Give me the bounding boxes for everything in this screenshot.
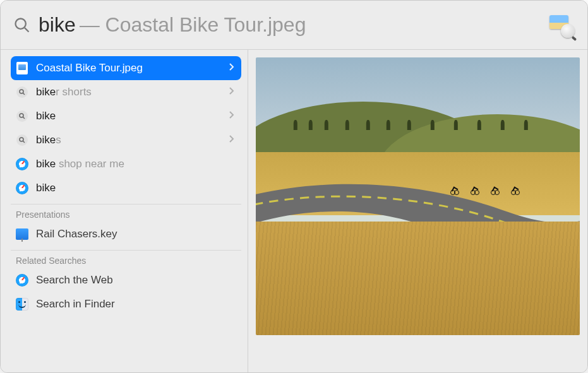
spotlight-body: Coastal Bike Tour.jpeg biker shorts bike… bbox=[1, 50, 587, 372]
result-presentation[interactable]: Rail Chasers.key bbox=[11, 222, 241, 246]
file-image-icon bbox=[16, 62, 28, 74]
search-icon bbox=[16, 110, 28, 122]
search-icon bbox=[13, 16, 31, 34]
chevron-right-icon bbox=[229, 110, 235, 122]
svg-point-6 bbox=[20, 138, 23, 141]
safari-icon bbox=[16, 158, 28, 170]
svg-point-4 bbox=[20, 114, 23, 117]
search-icon bbox=[16, 134, 28, 146]
svg-line-7 bbox=[23, 141, 25, 143]
section-header-related: Related Searches bbox=[11, 250, 241, 268]
result-label: bike bbox=[36, 182, 56, 194]
result-suggestion[interactable]: bike bbox=[11, 104, 241, 128]
result-label: bike shop near me bbox=[36, 158, 124, 170]
section-header-presentations: Presentations bbox=[11, 204, 241, 222]
preview-app-icon bbox=[549, 13, 575, 38]
result-search-finder[interactable]: Search in Finder bbox=[11, 292, 241, 316]
chevron-right-icon bbox=[229, 134, 235, 146]
result-label: Search the Web bbox=[36, 274, 113, 287]
result-suggestion[interactable]: bikes bbox=[11, 128, 241, 152]
results-sidebar: Coastal Bike Tour.jpeg biker shorts bike… bbox=[1, 50, 248, 372]
finder-icon bbox=[16, 298, 28, 311]
result-top-hit[interactable]: Coastal Bike Tour.jpeg bbox=[11, 56, 241, 80]
result-suggestion[interactable]: bike bbox=[11, 176, 241, 200]
safari-icon bbox=[16, 274, 28, 287]
preview-image bbox=[256, 57, 580, 335]
result-search-web[interactable]: Search the Web bbox=[11, 268, 241, 292]
search-query-text[interactable]: bike bbox=[39, 13, 76, 37]
chevron-right-icon bbox=[229, 62, 235, 74]
search-header: bike — Coastal Bike Tour.jpeg bbox=[1, 1, 587, 50]
chevron-right-icon bbox=[229, 86, 235, 98]
svg-line-5 bbox=[23, 117, 25, 119]
svg-line-1 bbox=[25, 28, 28, 32]
svg-point-2 bbox=[20, 90, 23, 93]
result-suggestion[interactable]: bike shop near me bbox=[11, 152, 241, 176]
svg-line-3 bbox=[23, 93, 25, 95]
result-label: bike bbox=[36, 110, 56, 122]
result-label: biker shorts bbox=[36, 86, 92, 98]
search-icon bbox=[16, 86, 28, 98]
safari-icon bbox=[16, 182, 28, 194]
search-completion-text: — Coastal Bike Tour.jpeg bbox=[80, 13, 306, 37]
svg-point-0 bbox=[16, 18, 26, 28]
result-label: Coastal Bike Tour.jpeg bbox=[36, 62, 143, 74]
keynote-icon bbox=[16, 228, 28, 240]
preview-pane bbox=[248, 50, 587, 372]
spotlight-window: bike — Coastal Bike Tour.jpeg Coastal Bi… bbox=[0, 0, 588, 373]
result-label: Search in Finder bbox=[36, 298, 115, 311]
result-label: bikes bbox=[36, 134, 61, 146]
result-suggestion[interactable]: biker shorts bbox=[11, 80, 241, 104]
result-label: Rail Chasers.key bbox=[36, 228, 117, 240]
